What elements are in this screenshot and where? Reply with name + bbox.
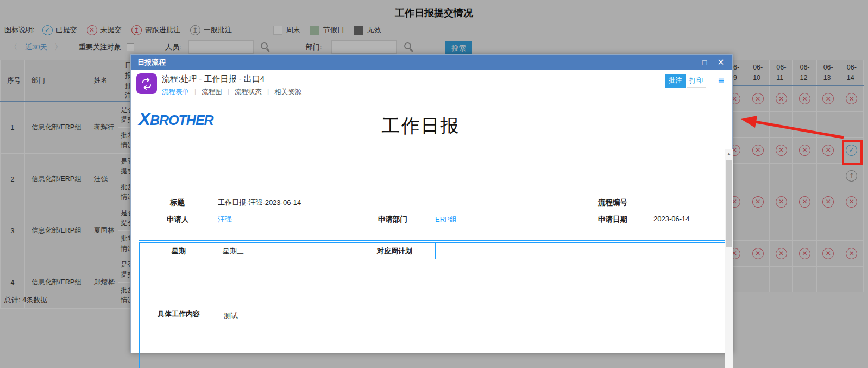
vertical-scrollbar[interactable]: ▲ ▼ (725, 149, 733, 368)
title-value[interactable]: 工作日报-汪强-2023-06-14 (218, 198, 301, 208)
print-button[interactable]: 打印 (687, 74, 706, 88)
flow-title: 流程:处理 - 工作日报 - 出口4 (162, 74, 265, 84)
dialog-title: 日报流程 (131, 58, 696, 67)
maximize-icon[interactable]: □ (696, 58, 713, 67)
flow-header: 流程:处理 - 工作日报 - 出口4 流程表单 | 流程图 | 流程状态 | 相… (131, 70, 732, 101)
weekly-plan-value[interactable] (436, 243, 726, 259)
title-underline (215, 209, 569, 209)
title-label: 标题 (170, 198, 185, 208)
work-content-value[interactable]: 测试 (218, 259, 726, 368)
week-value[interactable]: 星期三 (218, 243, 354, 259)
flow-form-body: XBROTHER 工作日报 标题 工作日报-汪强-2023-06-14 流程编号… (131, 101, 732, 333)
applicant-value[interactable]: 汪强 (218, 215, 232, 224)
form-title: 工作日报 (131, 114, 710, 139)
tab-related-resources[interactable]: 相关资源 (274, 88, 301, 97)
weekly-plan-label: 对应周计划 (354, 243, 436, 259)
apply-date-value[interactable]: 2023-06-14 (653, 215, 690, 223)
proc-no-label: 流程编号 (598, 198, 627, 208)
week-label: 星期 (140, 243, 218, 259)
proc-no-underline (650, 209, 726, 209)
close-icon[interactable]: ✕ (713, 57, 729, 67)
list-menu-icon[interactable]: ≡ (718, 75, 724, 87)
apply-date-underline (650, 227, 726, 227)
work-daily-report-page: 工作日报提交情况 图标说明: ✓ 已提交 ✕ 未提交 ↥ 需跟进批注 ↥ 一般批… (0, 0, 868, 368)
tab-flow-form[interactable]: 流程表单 (162, 88, 189, 97)
scroll-up-icon[interactable]: ▲ (725, 150, 733, 157)
applicant-underline (215, 227, 354, 227)
flow-tabs: 流程表单 | 流程图 | 流程状态 | 相关资源 (162, 88, 301, 97)
tab-flow-diagram[interactable]: 流程图 (202, 88, 222, 97)
apply-dept-label: 申请部门 (378, 215, 407, 224)
applicant-label: 申请人 (167, 215, 189, 224)
workflow-icon (136, 73, 157, 94)
tab-flow-status[interactable]: 流程状态 (235, 88, 262, 97)
daily-report-flow-dialog: 日报流程 □ ✕ 流程:处理 - 工作日报 - 出口4 流程表单 | 流程图 |… (130, 54, 733, 353)
dialog-titlebar[interactable]: 日报流程 □ ✕ (131, 55, 732, 70)
annotate-button[interactable]: 批注 (665, 74, 686, 88)
work-content-label: 具体工作内容 (140, 259, 218, 368)
apply-dept-value[interactable]: ERP组 (435, 215, 457, 224)
apply-date-label: 申请日期 (598, 215, 627, 224)
apply-dept-underline (431, 227, 569, 227)
arrow-annotation (736, 109, 850, 147)
work-report-table: 星期 星期三 对应周计划 具体工作内容 测试 知会相关领导 (139, 240, 726, 368)
vertical-scroll-thumb[interactable] (726, 160, 732, 247)
